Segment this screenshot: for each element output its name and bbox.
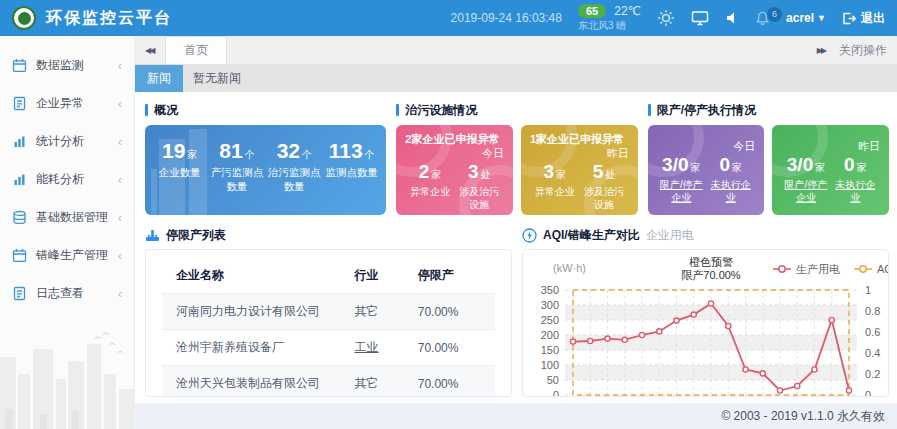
col-limit-pct: 停限产 — [412, 258, 495, 294]
bar-chart-icon — [12, 134, 27, 149]
sun-icon — [657, 9, 675, 27]
sidebar-item-statistics[interactable]: 统计分析‹ — [0, 122, 134, 160]
stat-abnormal-enterprises: 3家 异常企业 — [530, 162, 579, 211]
chart-unit-label: (kW·h) — [553, 262, 586, 274]
facility-card-today: 2家企业已申报异常 今日 2家 异常企业 3处 涉及治污设施 — [396, 125, 513, 215]
bell-icon[interactable]: 6 — [755, 11, 770, 26]
production-section-title: 限产/停产执行情况 — [648, 100, 889, 120]
monitor-icon[interactable] — [691, 10, 709, 26]
production-card-today: 今日 3/0家 限产/停产企业 0家 未执行企业 — [648, 125, 765, 215]
top-header: 环保监控云平台 2019-09-24 16:03:48 65 22℃ 东北风3 … — [0, 0, 897, 36]
col-enterprise-name: 企业名称 — [162, 258, 348, 294]
temperature-label: 22℃ — [614, 4, 641, 18]
datetime-display: 2019-09-24 16:03:48 — [451, 11, 562, 25]
notification-count-badge[interactable]: 6 — [767, 7, 782, 22]
tab-home[interactable]: 首页 — [165, 36, 227, 64]
chevron-left-icon: ‹ — [118, 134, 122, 149]
close-operations-button[interactable]: 关闭操作 — [839, 42, 887, 59]
col-industry: 行业 — [348, 258, 411, 294]
y-axis-right-tick: 0 — [865, 389, 871, 397]
facility-card-yesterday: 1家企业已申报异常 昨日 3家 异常企业 5处 涉及治污设施 — [521, 125, 638, 215]
y-axis-right-tick: 0.8 — [865, 305, 880, 317]
y-axis-right-tick: 1 — [865, 284, 871, 296]
y-axis-left-tick: 150 — [541, 344, 559, 356]
facility-section-title: 治污设施情况 — [396, 100, 637, 120]
stat-treatment-points: 32个 治污监测点数量 — [266, 139, 323, 193]
sidebar-item-peak-production[interactable]: 错峰生产管理‹ — [0, 236, 134, 274]
table-row[interactable]: 河南同力电力设计有限公司 其它 70.00% — [162, 294, 495, 330]
user-menu[interactable]: acrel▼ — [786, 11, 826, 25]
calendar-icon — [12, 248, 27, 263]
sidebar-item-basic-data[interactable]: 基础数据管理‹ — [0, 198, 134, 236]
chevron-down-icon: ▼ — [817, 13, 826, 23]
chart-panel-title: AQI/错峰生产对比 企业用电 — [522, 225, 889, 245]
sidebar-item-enterprise-abnormal[interactable]: 企业异常‹ — [0, 84, 134, 122]
y-axis-left-tick: 50 — [547, 374, 559, 386]
factory-icon — [145, 228, 160, 243]
stat-nonexecuting-enterprises: 0家 未执行企业 — [706, 155, 755, 204]
document-icon — [12, 96, 27, 111]
dashboard-content: 概况 19家 企业数量 81个 产污监测点数量 — [135, 92, 897, 403]
y-axis-right-tick: 0.2 — [865, 368, 880, 380]
news-message: 暂无新闻 — [183, 65, 251, 92]
y-axis-left-tick: 200 — [541, 329, 559, 341]
scroll-tabs-left-icon[interactable]: ◀◀ — [145, 46, 153, 55]
chevron-left-icon: ‹ — [118, 96, 122, 111]
legend-label: 生产用电 — [796, 263, 840, 275]
stat-enterprise-count: 19家 企业数量 — [151, 139, 208, 180]
y-axis-right-tick: 0.4 — [865, 347, 880, 359]
chevron-left-icon: ‹ — [118, 248, 122, 263]
aqi-production-chart: (kW·h)35030025020015010050010.80.60.40.2… — [522, 249, 889, 397]
stat-limited-enterprises: 3/0家 限产/停产企业 — [781, 155, 830, 204]
overview-card: 19家 企业数量 81个 产污监测点数量 32个 治污监测点数量 — [145, 125, 386, 215]
overview-section-title: 概况 — [145, 100, 386, 120]
app-window: 环保监控云平台 2019-09-24 16:03:48 65 22℃ 东北风3 … — [0, 0, 897, 429]
table-row[interactable]: 沧州天兴包装制品有限公司 其它 70.00% — [162, 366, 495, 398]
platform-logo-icon — [12, 6, 36, 30]
wind-label: 东北风3 晴 — [578, 19, 641, 33]
news-label: 新闻 — [135, 65, 183, 92]
table-header-row: 企业名称 行业 停限产 — [162, 258, 495, 294]
sidebar: 数据监测‹ 企业异常‹ 统计分析‹ 能耗分析‹ 基础数据管理‹ — [0, 36, 135, 429]
weather-widget: 65 22℃ 东北风3 晴 — [578, 4, 641, 33]
footer: © 2003 - 2019 v1.1.0 永久有效 — [135, 403, 897, 429]
app-title: 环保监控云平台 — [46, 8, 172, 29]
aqi-badge: 65 — [578, 4, 606, 18]
news-ticker: 新闻 暂无新闻 — [135, 65, 897, 92]
line-chart-canvas: (kW·h)35030025020015010050010.80.60.40.2… — [523, 250, 889, 397]
stat-abnormal-enterprises: 2家 异常企业 — [405, 162, 454, 211]
chevron-left-icon: ‹ — [118, 210, 122, 225]
y-axis-left-tick: 250 — [541, 314, 559, 326]
chevron-left-icon: ‹ — [118, 172, 122, 187]
stat-limited-enterprises: 3/0家 限产/停产企业 — [657, 155, 706, 204]
scroll-tabs-right-icon[interactable]: ▶▶ — [817, 46, 825, 55]
table-panel-title: 停限产列表 — [145, 225, 512, 245]
lightning-circle-icon — [522, 228, 537, 243]
y-axis-right-tick: 0.6 — [865, 326, 880, 338]
calendar-icon — [12, 58, 27, 73]
city-skyline-watermark — [0, 319, 135, 429]
chart-annotation: 橙色预警 — [689, 256, 733, 268]
production-card-yesterday: 昨日 3/0家 限产/停产企业 0家 未执行企业 — [772, 125, 889, 215]
copyright-text: © 2003 - 2019 v1.1.0 永久有效 — [721, 408, 885, 425]
document-icon — [12, 286, 27, 301]
production-limit-table: 企业名称 行业 停限产 河南同力电力设计有限公司 其它 — [145, 249, 512, 397]
bar-chart-icon — [12, 172, 27, 187]
chart-annotation: 限产70.00% — [681, 269, 741, 281]
y-axis-left-tick: 300 — [541, 299, 559, 311]
logout-button[interactable]: 退出 — [842, 10, 885, 27]
database-icon — [12, 210, 27, 225]
y-axis-left-tick: 0 — [553, 389, 559, 397]
sidebar-item-energy-analysis[interactable]: 能耗分析‹ — [0, 160, 134, 198]
logout-icon — [842, 12, 856, 25]
stat-nonexecuting-enterprises: 0家 未执行企业 — [831, 155, 880, 204]
sidebar-item-log-view[interactable]: 日志查看‹ — [0, 274, 134, 312]
sidebar-item-data-monitoring[interactable]: 数据监测‹ — [0, 46, 134, 84]
table-row[interactable]: 沧州宇新养殖设备厂 工业 70.00% — [162, 330, 495, 366]
split-area-band — [565, 305, 857, 320]
legend-label: AQI — [877, 263, 889, 275]
speaker-icon[interactable] — [725, 11, 739, 25]
stat-monitor-points: 113个 监测点数量 — [323, 139, 380, 180]
y-axis-left-tick: 100 — [541, 359, 559, 371]
tab-bar: ◀◀ 首页 ▶▶ 关闭操作 — [135, 36, 897, 65]
